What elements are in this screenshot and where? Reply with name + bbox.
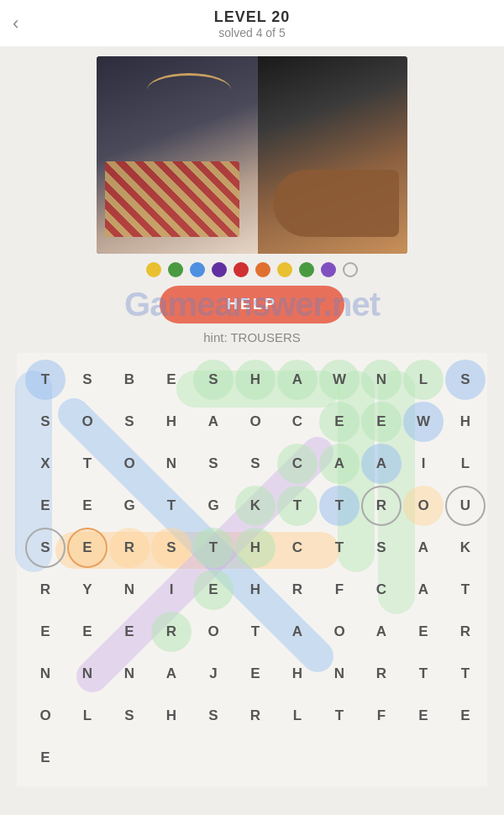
cell-4-9[interactable]: H (235, 528, 276, 568)
cell-5-8[interactable]: I (151, 570, 192, 610)
cell-5-1[interactable]: T (319, 528, 360, 568)
cell-5-7[interactable]: N (109, 570, 150, 610)
cell-1-5[interactable]: A (193, 402, 234, 442)
cell-9-6[interactable]: F (361, 696, 402, 736)
cell-9-8[interactable]: E (445, 696, 486, 736)
cell-1-4[interactable]: H (151, 402, 192, 442)
cell-8-9[interactable]: L (67, 696, 108, 736)
cell-5-3[interactable]: A (403, 528, 444, 568)
back-button[interactable]: ‹ (13, 13, 18, 34)
cell-7-6[interactable]: R (445, 612, 486, 652)
cell-4-4[interactable]: S (25, 528, 66, 568)
cell-7-4[interactable]: A (361, 612, 402, 652)
cell-6-1[interactable]: R (277, 570, 318, 610)
cell-9-2[interactable]: S (193, 696, 234, 736)
cell-4-3[interactable]: U (445, 486, 486, 526)
cell-6-2[interactable]: F (319, 570, 360, 610)
cell-2-6[interactable]: S (193, 444, 234, 484)
cell-3-4[interactable]: E (67, 486, 108, 526)
cell-2-2[interactable]: X (25, 444, 66, 484)
cell-1-7[interactable]: C (277, 402, 318, 442)
cell-7-3[interactable]: O (319, 612, 360, 652)
cell-5-4[interactable]: K (445, 528, 486, 568)
cell-7-9[interactable]: N (109, 654, 150, 694)
cell-4-5[interactable]: E (67, 528, 108, 568)
cell-9-9[interactable]: E (25, 738, 66, 778)
cell-4-6[interactable]: R (109, 528, 150, 568)
cell-8-3[interactable]: H (277, 654, 318, 694)
cell-6-5[interactable]: T (445, 570, 486, 610)
cell-5-0[interactable]: C (277, 528, 318, 568)
cell-8-0[interactable]: A (151, 654, 192, 694)
cell-5-2[interactable]: S (361, 528, 402, 568)
cell-3-3[interactable]: E (25, 486, 66, 526)
cell-8-1[interactable]: J (193, 654, 234, 694)
cell-8-5[interactable]: R (361, 654, 402, 694)
cell-0-9[interactable]: L (403, 360, 444, 400)
cell-7-8[interactable]: N (67, 654, 108, 694)
cell-2-4[interactable]: O (109, 444, 150, 484)
cell-1-0[interactable]: S (445, 360, 486, 400)
cell-7-1[interactable]: T (235, 612, 276, 652)
cell-9-1[interactable]: H (151, 696, 192, 736)
cell-0-4[interactable]: S (193, 360, 234, 400)
cell-5-5[interactable]: R (25, 570, 66, 610)
cell-1-3[interactable]: S (109, 402, 150, 442)
cell-8-6[interactable]: T (403, 654, 444, 694)
cell-4-0[interactable]: T (319, 486, 360, 526)
cell-2-0[interactable]: W (403, 402, 444, 442)
cell-2-8[interactable]: C (277, 444, 318, 484)
cell-3-6[interactable]: T (151, 486, 192, 526)
cell-1-2[interactable]: O (67, 402, 108, 442)
cell-3-1[interactable]: I (403, 444, 444, 484)
cell-2-9[interactable]: A (319, 444, 360, 484)
cell-1-9[interactable]: E (361, 402, 402, 442)
cell-0-6[interactable]: A (277, 360, 318, 400)
cell-6-4[interactable]: A (403, 570, 444, 610)
cell-1-1[interactable]: S (25, 402, 66, 442)
cell-7-7[interactable]: N (25, 654, 66, 694)
cell-8-2[interactable]: E (235, 654, 276, 694)
cell-6-6[interactable]: E (25, 612, 66, 652)
cell-2-3[interactable]: T (67, 444, 108, 484)
cell-0-8[interactable]: N (361, 360, 402, 400)
cell-7-0[interactable]: O (193, 612, 234, 652)
cell-9-3[interactable]: R (235, 696, 276, 736)
cell-9-5[interactable]: T (319, 696, 360, 736)
cell-6-7[interactable]: E (67, 612, 108, 652)
cell-6-3[interactable]: C (361, 570, 402, 610)
cell-9-7[interactable]: E (403, 696, 444, 736)
cell-2-7[interactable]: S (235, 444, 276, 484)
cell-4-1[interactable]: R (361, 486, 402, 526)
cell-2-5[interactable]: N (151, 444, 192, 484)
cell-6-9[interactable]: R (151, 612, 192, 652)
cell-7-2[interactable]: A (277, 612, 318, 652)
cell-1-6[interactable]: O (235, 402, 276, 442)
cell-5-6[interactable]: Y (67, 570, 108, 610)
cell-6-8[interactable]: E (109, 612, 150, 652)
cell-0-7[interactable]: W (319, 360, 360, 400)
cell-6-0[interactable]: H (235, 570, 276, 610)
cell-0-0[interactable]: T (25, 360, 66, 400)
cell-7-5[interactable]: E (403, 612, 444, 652)
cell-3-2[interactable]: L (445, 444, 486, 484)
cell-0-3[interactable]: E (151, 360, 192, 400)
cell-9-0[interactable]: S (109, 696, 150, 736)
cell-4-7[interactable]: S (151, 528, 192, 568)
cell-5-9[interactable]: E (193, 570, 234, 610)
cell-1-8[interactable]: E (319, 402, 360, 442)
cell-8-8[interactable]: O (25, 696, 66, 736)
cell-0-1[interactable]: S (67, 360, 108, 400)
cell-8-7[interactable]: T (445, 654, 486, 694)
cell-2-1[interactable]: H (445, 402, 486, 442)
cell-9-4[interactable]: L (277, 696, 318, 736)
cell-3-9[interactable]: T (277, 486, 318, 526)
cell-4-2[interactable]: O (403, 486, 444, 526)
cell-4-8[interactable]: T (193, 528, 234, 568)
cell-3-5[interactable]: G (109, 486, 150, 526)
cell-3-7[interactable]: G (193, 486, 234, 526)
cell-3-8[interactable]: K (235, 486, 276, 526)
help-button[interactable]: HELP (160, 286, 344, 323)
cell-0-2[interactable]: B (109, 360, 150, 400)
cell-8-4[interactable]: N (319, 654, 360, 694)
